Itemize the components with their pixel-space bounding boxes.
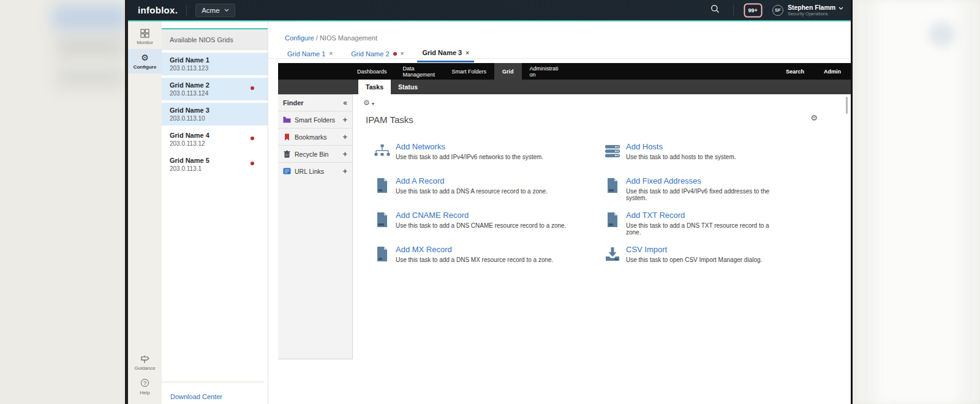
collapse-panel-icon[interactable]: « xyxy=(343,99,347,107)
finder-item-bookmarks[interactable]: Bookmarks + xyxy=(278,128,352,145)
finder-item-smart-folders[interactable]: Smart Folders + xyxy=(278,111,352,128)
tab-label: Grid Name 1 xyxy=(287,50,325,58)
grid-name: Grid Name 1 xyxy=(170,56,262,64)
nav-item-search[interactable]: Search xyxy=(776,63,814,80)
grid-list-item[interactable]: Grid Name 3 203.0.113.10 xyxy=(162,103,268,125)
grid-list-item[interactable]: Grid Name 1 203.0.113.123 xyxy=(162,53,268,75)
gear-icon: ⚙ xyxy=(128,53,162,62)
grid-ip: 203.0.113.10 xyxy=(170,115,262,122)
grid-tab-bar: Grid Name 1 × Grid Name 2 × Grid Name 3 … xyxy=(282,46,474,62)
record-document-icon xyxy=(374,178,390,193)
close-icon[interactable]: × xyxy=(329,50,333,57)
task-link[interactable]: Add TXT Record xyxy=(626,211,777,220)
task-link[interactable]: Add Networks xyxy=(396,142,543,151)
task-desc: Use this task to add a DNS MX resource r… xyxy=(396,256,553,263)
content-toolbar[interactable]: ⚙ ▾ xyxy=(363,99,374,107)
add-icon[interactable]: + xyxy=(342,166,347,176)
tab-grid-name-1[interactable]: Grid Name 1 × xyxy=(282,46,337,62)
grid-list-item[interactable]: Grid Name 2 203.0.113.124 xyxy=(162,78,268,100)
rail-item-label: Configure xyxy=(128,64,162,70)
rail-item-guidance[interactable]: Guidance xyxy=(128,350,162,375)
task-link[interactable]: Add MX Record xyxy=(396,245,553,254)
alert-dot xyxy=(251,162,254,165)
nav-item-grid[interactable]: Grid xyxy=(494,63,522,80)
rail-item-help[interactable]: ? Help xyxy=(128,375,162,399)
nios-nav-bar: Dashboards Data Management Smart Folders… xyxy=(278,63,851,80)
grid-list-item[interactable]: Grid Name 4 203.0.113.12 xyxy=(162,128,268,151)
folder-icon xyxy=(283,116,291,123)
app-window: infoblox. Acme 99+ SF Stephen Flamm xyxy=(125,0,853,404)
task-link[interactable]: CSV Import xyxy=(626,245,762,254)
org-name: Acme xyxy=(202,7,219,14)
nav-right: Search Admin xyxy=(776,63,851,80)
gear-icon: ⚙ xyxy=(363,99,370,107)
search-icon[interactable] xyxy=(706,4,725,16)
rail-item-configure[interactable]: ⚙ Configure xyxy=(128,49,162,73)
finder-item-recycle-bin[interactable]: Recycle Bin + xyxy=(278,145,352,162)
tab-label: Grid Name 2 xyxy=(351,50,389,58)
grid-ip: 203.0.113.124 xyxy=(170,90,262,97)
close-icon[interactable]: × xyxy=(466,50,469,56)
nav-item-admin[interactable]: Admin xyxy=(814,63,851,80)
task-add-cname-record: Add CNAME Record Use this task to add a … xyxy=(374,211,605,245)
finder-title: Finder xyxy=(283,99,304,107)
rail-item-label: Monitor xyxy=(128,40,162,45)
task-link[interactable]: Add A Record xyxy=(396,176,548,185)
download-center-link[interactable]: Download Center xyxy=(170,393,222,400)
backdrop-blur-shape xyxy=(56,36,125,58)
chevron-down-icon: ▾ xyxy=(372,101,374,107)
task-desc: Use this task to open CSV Import Manager… xyxy=(626,256,762,263)
org-selector[interactable]: Acme xyxy=(195,4,235,17)
finder-item-label: Recycle Bin xyxy=(295,151,328,158)
nios-frame: Dashboards Data Management Smart Folders… xyxy=(278,63,851,404)
task-link[interactable]: Add CNAME Record xyxy=(396,211,566,220)
task-desc: Use this task to add hosts to the system… xyxy=(626,154,736,160)
task-add-a-record: Add A Record Use this task to add a DNS … xyxy=(374,176,605,211)
task-add-networks: Add Networks Use this task to add IPv4/I… xyxy=(374,142,605,176)
scrollbar-thumb[interactable] xyxy=(846,97,848,114)
close-icon[interactable]: × xyxy=(401,50,404,57)
alert-dot xyxy=(251,137,254,140)
top-header: infoblox. Acme 99+ SF Stephen Flamm xyxy=(128,0,851,20)
user-menu[interactable]: SF Stephen Flamm Security Operations xyxy=(772,4,843,17)
task-grid: Add Networks Use this task to add IPv4/I… xyxy=(374,142,777,279)
notification-badge[interactable]: 99+ xyxy=(745,4,761,17)
breadcrumb-configure[interactable]: Configure xyxy=(285,34,314,42)
divider xyxy=(186,5,187,16)
rail-item-monitor[interactable]: Monitor xyxy=(128,24,162,49)
breadcrumb: Configure / NIOS Management xyxy=(285,34,377,42)
grids-panel-footer: Download Center xyxy=(162,381,264,404)
rail-item-label: Guidance xyxy=(128,365,162,371)
task-add-mx-record: Add MX Record Use this task to add a DNS… xyxy=(374,245,605,279)
chevron-down-icon xyxy=(839,7,843,10)
backdrop-blur-shape xyxy=(876,0,962,404)
tab-status[interactable]: Status xyxy=(391,80,425,94)
task-add-txt-record: Add TXT Record Use this task to add a DN… xyxy=(605,211,777,245)
add-icon[interactable]: + xyxy=(342,132,347,141)
nav-item-data-management[interactable]: Data Management xyxy=(395,63,444,80)
trash-icon xyxy=(283,151,291,158)
record-document-icon xyxy=(374,212,390,228)
left-rail: Monitor ⚙ Configure Guidance ? Help xyxy=(128,21,162,404)
add-icon[interactable]: + xyxy=(342,115,347,124)
nav-item-administration[interactable]: Administration xyxy=(522,63,568,80)
guidance-signpost-icon xyxy=(128,354,162,364)
task-link[interactable]: Add Fixed Addresses xyxy=(626,176,777,185)
nav-item-dashboards[interactable]: Dashboards xyxy=(349,63,395,80)
tab-grid-name-3[interactable]: Grid Name 3 × xyxy=(417,46,474,62)
task-add-fixed-addresses: Add Fixed Addresses Use this task to add… xyxy=(605,176,777,211)
tab-grid-name-2[interactable]: Grid Name 2 × xyxy=(346,46,409,62)
grid-list-item[interactable]: Grid Name 5 203.0.113.1 xyxy=(162,153,268,176)
tab-tasks[interactable]: Tasks xyxy=(358,80,391,94)
user-name: Stephen Flamm xyxy=(788,4,843,11)
tasks-content: ⚙ ▾ IPAM Tasks ⚙ xyxy=(353,94,851,404)
settings-gear-icon[interactable]: ⚙ xyxy=(810,113,818,122)
finder-item-url-links[interactable]: URL Links + xyxy=(278,162,352,179)
task-link[interactable]: Add Hosts xyxy=(626,142,736,151)
ipam-tasks-title: IPAM Tasks xyxy=(366,114,413,125)
grids-panel: Available NIOS Grids Grid Name 1 203.0.1… xyxy=(162,21,268,404)
nav-item-smart-folders[interactable]: Smart Folders xyxy=(444,63,495,80)
task-desc: Use this task to add a DNS A resource re… xyxy=(396,188,548,195)
grid-ip: 203.0.113.1 xyxy=(170,165,262,172)
add-icon[interactable]: + xyxy=(342,149,347,159)
